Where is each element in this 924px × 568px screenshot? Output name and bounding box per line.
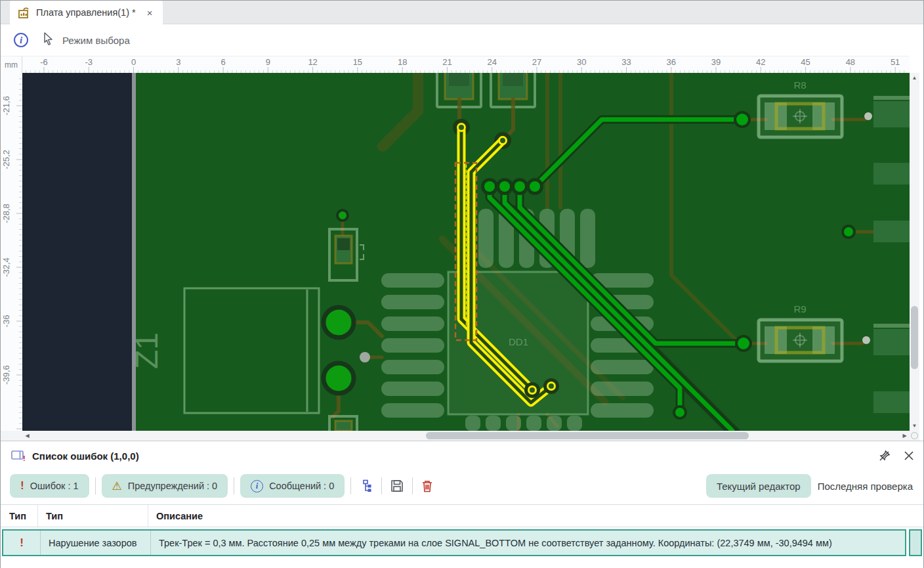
scroll-right-icon[interactable]: ▶	[900, 431, 910, 441]
select-cursor-icon[interactable]	[43, 32, 54, 48]
info-icon[interactable]: i	[14, 33, 28, 47]
svg-text:33: 33	[621, 57, 631, 67]
board-document-icon	[18, 7, 30, 19]
panel-header: ! Список ошибок (1,0,0)	[1, 441, 923, 470]
vertical-scroll-thumb[interactable]	[911, 306, 918, 369]
mode-label: Режим выбора	[62, 35, 130, 46]
board-edge-line	[132, 73, 136, 431]
svg-text:-25,2: -25,2	[1, 150, 11, 169]
errors-table-header: Тип Тип Описание	[1, 504, 923, 527]
svg-text:15: 15	[353, 57, 362, 67]
scroll-up-icon[interactable]: ▲	[910, 73, 919, 83]
label-z1: Z1	[129, 332, 164, 369]
label-r9: R9	[793, 303, 806, 315]
svg-text:42: 42	[756, 57, 765, 67]
last-check-toggle[interactable]: Последняя проверка	[818, 481, 913, 492]
svg-text:-3: -3	[85, 57, 93, 67]
warnings-counter-button[interactable]: ⚠ Предупреждений : 0	[102, 474, 228, 498]
svg-text:45: 45	[801, 57, 810, 67]
scroll-down-icon[interactable]: ▼	[910, 421, 919, 431]
svg-text:24: 24	[487, 57, 496, 67]
horizontal-scrollbar[interactable]: ◀ ▶	[22, 431, 910, 441]
errors-counter-button[interactable]: ! Ошибок : 1	[10, 474, 89, 498]
error-table-row[interactable]: ! Нарушение зазоров Трек-Трек = 0,3 мм. …	[2, 529, 906, 556]
row-error-type: Нарушение зазоров	[41, 531, 151, 555]
tab-board-editor[interactable]: Плата управления(1) * ×	[10, 1, 163, 24]
divider	[412, 477, 413, 494]
error-list-icon: !	[11, 450, 26, 462]
warning-icon: ⚠	[112, 481, 122, 492]
current-editor-toggle[interactable]: Текущий редактор	[706, 474, 811, 498]
svg-text:51: 51	[891, 57, 900, 67]
editor-toolbar: i Режим выбора	[1, 24, 923, 56]
tab-close-icon[interactable]: ×	[146, 7, 154, 18]
via-silver	[360, 352, 370, 362]
header-description[interactable]: Описание	[148, 505, 923, 527]
scrollbar-strip	[1, 431, 22, 441]
save-button[interactable]	[388, 478, 406, 494]
svg-text:27: 27	[532, 57, 541, 67]
svg-text:9: 9	[266, 57, 270, 67]
divider	[381, 477, 382, 494]
svg-text:6: 6	[220, 57, 225, 67]
header-type-icon[interactable]: Тип	[1, 505, 38, 527]
message-info-icon: i	[251, 480, 263, 492]
messages-counter-button[interactable]: i Сообщений : 0	[240, 474, 345, 498]
svg-text:36: 36	[667, 57, 676, 67]
svg-text:-36: -36	[1, 315, 11, 328]
svg-text:!: !	[23, 454, 26, 462]
offboard-area	[22, 73, 132, 431]
svg-text:-32,4: -32,4	[1, 257, 11, 277]
svg-text:39: 39	[711, 57, 721, 67]
label-dd1: DD1	[509, 336, 528, 347]
scroll-left-icon[interactable]: ◀	[22, 431, 32, 441]
label-r8: R8	[793, 79, 806, 91]
svg-text:0: 0	[131, 57, 136, 67]
error-icon: !	[20, 479, 24, 492]
panel-toolbar: ! Ошибок : 1 ⚠ Предупреждений : 0 i Сооб…	[1, 470, 923, 502]
svg-text:-28,8: -28,8	[1, 204, 11, 223]
application-window: Плата управления(1) * × i Режим выбора m…	[0, 0, 924, 568]
row-error-description: Трек-Трек = 0,3 мм. Расстояние 0,25 мм м…	[151, 531, 905, 555]
errors-counter-label: Ошибок : 1	[30, 481, 79, 491]
errors-table: Тип Тип Описание ! Нарушение зазоров Тре…	[1, 504, 923, 556]
svg-text:-21,6: -21,6	[1, 96, 11, 116]
header-type[interactable]: Тип	[38, 505, 148, 527]
svg-text:-39,6: -39,6	[1, 365, 11, 385]
group-tree-button[interactable]	[357, 478, 375, 494]
svg-text:12: 12	[308, 57, 317, 67]
divider	[95, 477, 96, 494]
tab-bar: Плата управления(1) * ×	[1, 1, 923, 24]
divider	[234, 477, 234, 494]
horizontal-ruler: -6-303691215182124273033363942454851	[22, 56, 910, 73]
messages-counter-label: Сообщений : 0	[269, 481, 334, 491]
close-panel-icon[interactable]	[904, 450, 914, 461]
svg-text:-6: -6	[40, 57, 48, 67]
panel-title: Список ошибок (1,0,0)	[32, 450, 139, 462]
horizontal-scroll-thumb[interactable]	[426, 432, 749, 439]
svg-text:30: 30	[577, 57, 586, 67]
vertical-scrollbar[interactable]: ▲ ▼	[910, 73, 919, 431]
ruler-unit: mm	[1, 56, 22, 73]
error-list-panel: ! Список ошибок (1,0,0) ! Ошибок : 1 ⚠	[1, 441, 923, 568]
svg-text:48: 48	[846, 57, 855, 67]
delete-button[interactable]	[419, 478, 436, 494]
svg-text:3: 3	[176, 57, 180, 67]
unpin-icon[interactable]	[879, 450, 891, 462]
divider	[350, 477, 351, 494]
vertical-ruler: -21,6-25,2-28,8-32,4-36-39,6	[1, 73, 22, 431]
svg-text:18: 18	[398, 57, 407, 67]
svg-text:21: 21	[442, 57, 452, 67]
pcb-canvas[interactable]: Z1	[22, 73, 910, 431]
warnings-counter-label: Предупреждений : 0	[128, 481, 217, 491]
row-error-icon: !	[20, 536, 24, 550]
row-end-strip	[909, 529, 922, 556]
scrollbar-corner	[910, 431, 919, 441]
tab-title: Плата управления(1) *	[36, 7, 136, 18]
